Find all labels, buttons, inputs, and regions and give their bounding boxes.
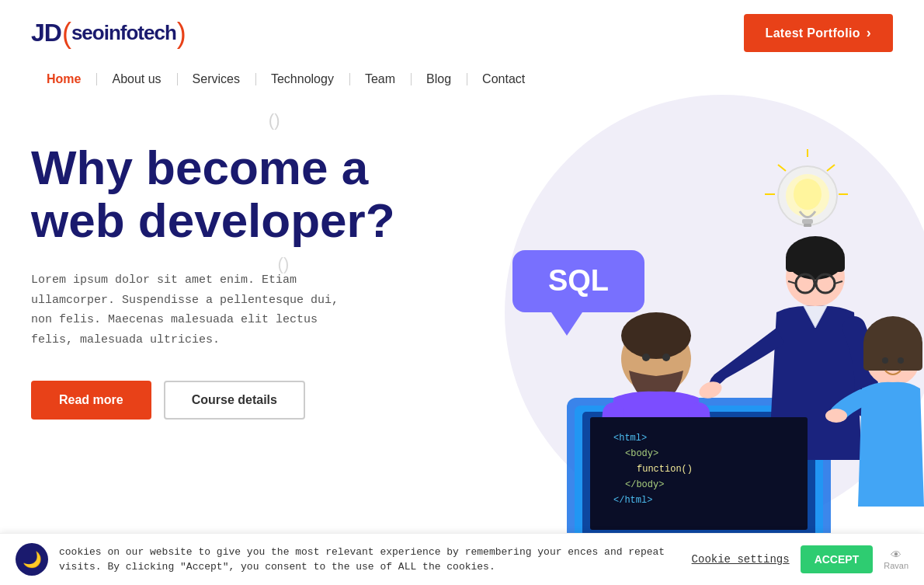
svg-text:<body>: <body>	[625, 448, 658, 459]
svg-marker-6	[551, 312, 582, 336]
logo-jd: JD	[31, 19, 61, 47]
hero-buttons: Read more Course details	[31, 381, 505, 420]
svg-point-36	[882, 357, 888, 364]
svg-text:</body>: </body>	[625, 479, 664, 490]
cookie-text: cookies on our website to give you the m…	[59, 545, 681, 575]
svg-point-10	[794, 179, 822, 210]
nav-item-about[interactable]: About us	[96, 68, 176, 91]
cookie-icon: 🌙	[16, 543, 48, 576]
svg-text:</html>: </html>	[613, 495, 652, 506]
bracket-decoration-mid: ( )	[277, 254, 287, 274]
accept-button[interactable]: ACCEPT	[801, 545, 874, 573]
nav-item-technology[interactable]: Technology	[255, 68, 349, 91]
hero-image: SQL	[489, 87, 924, 584]
nav-item-blog[interactable]: Blog	[411, 68, 467, 91]
portfolio-button[interactable]: Latest Portfolio ›	[744, 14, 893, 52]
nav-item-contact[interactable]: Contact	[467, 68, 540, 91]
svg-line-16	[778, 165, 786, 171]
hero-title: Why become a web developer?	[31, 141, 505, 247]
read-more-button[interactable]: Read more	[31, 381, 151, 420]
ravan-icon: 👁	[891, 548, 901, 561]
svg-point-37	[898, 357, 904, 364]
bracket-decoration-top: ( )	[269, 110, 278, 131]
nav-item-home[interactable]: Home	[31, 68, 96, 91]
cookie-banner: 🌙 cookies on our website to give you the…	[0, 533, 924, 585]
hero-description: Lorem ipsum dolor sit amet enim. Etiam u…	[31, 270, 342, 350]
logo-bracket-left: (	[62, 17, 71, 50]
svg-point-38	[825, 409, 847, 423]
moon-icon: 🌙	[23, 550, 42, 569]
main-nav: Home About us Services Technology Team B…	[0, 60, 924, 103]
logo-seo: seoinfotech	[71, 21, 176, 45]
header: JD ( seoinfotech ) Latest Portfolio ›	[0, 0, 924, 60]
svg-rect-11	[802, 219, 813, 224]
svg-point-28	[621, 312, 691, 359]
portfolio-button-label: Latest Portfolio	[766, 26, 860, 40]
hero-section: ( ) Why become a web developer? ( ) Lore…	[0, 103, 924, 522]
ravan-badge: 👁 Ravan	[884, 548, 908, 570]
hero-title-line2: web developer?	[31, 193, 395, 247]
svg-text:<html>: <html>	[613, 433, 647, 444]
svg-rect-35	[863, 340, 922, 371]
hero-illustration: SQL	[489, 134, 924, 538]
nav-item-services[interactable]: Services	[177, 68, 255, 91]
logo-bracket-right: )	[177, 17, 186, 50]
course-details-button[interactable]: Course details	[164, 381, 305, 420]
logo[interactable]: JD ( seoinfotech )	[31, 17, 186, 50]
hero-content: ( ) Why become a web developer? ( ) Lore…	[31, 118, 505, 420]
svg-text:SQL: SQL	[548, 264, 609, 297]
hero-title-line1: Why become a	[31, 141, 368, 194]
ravan-label: Ravan	[884, 561, 908, 570]
nav-item-team[interactable]: Team	[349, 68, 411, 91]
svg-rect-20	[786, 256, 845, 272]
svg-point-30	[662, 353, 670, 361]
svg-point-29	[642, 353, 650, 361]
svg-line-14	[827, 165, 835, 171]
cookie-settings-button[interactable]: Cookie settings	[692, 553, 790, 566]
svg-rect-12	[804, 224, 811, 227]
arrow-icon: ›	[867, 25, 871, 41]
svg-text:function(): function()	[637, 464, 693, 475]
